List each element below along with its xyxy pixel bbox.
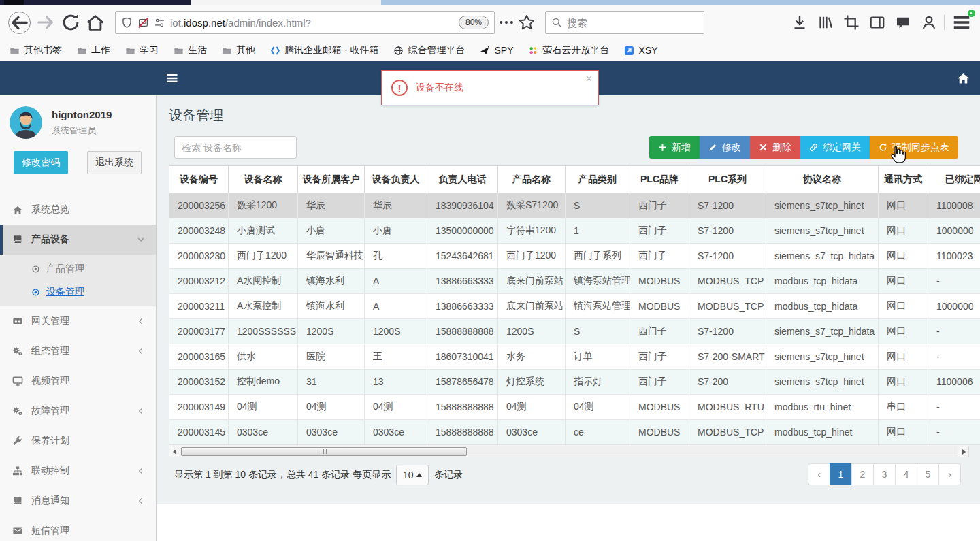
sidebar-item[interactable]: 故障管理 (0, 396, 156, 426)
bookmark-label: 其他书签 (24, 44, 62, 56)
downloads-button[interactable] (791, 12, 808, 33)
bookmark-item[interactable]: 工作 (77, 44, 110, 56)
page-button[interactable]: 5 (917, 463, 939, 485)
bookmark-item[interactable]: 萤石云开放平台 (528, 44, 609, 56)
app-home-button[interactable] (956, 71, 970, 85)
chevron-down-icon (137, 235, 145, 244)
sidebar-item[interactable]: 保养计划 (0, 426, 156, 456)
screenshot-button[interactable] (843, 12, 860, 33)
sidebar-item[interactable]: 消息通知 (0, 486, 156, 516)
table-row[interactable]: 200003212A水闸控制镇海水利A13886663333底来门前泵站镇海泵站… (169, 269, 980, 294)
sidebar-subitem[interactable]: 设备管理 (0, 280, 156, 304)
scroll-right-arrow[interactable] (958, 446, 968, 457)
table-cell: 1100006 (928, 370, 980, 395)
table-row[interactable]: 200003211A水泵控制镇海水利A13886663333底来门前泵站镇海泵站… (169, 294, 980, 319)
table-cell: S (566, 193, 630, 218)
bookmark-item[interactable]: 其他书签 (10, 44, 62, 56)
permissions-icon[interactable] (154, 17, 165, 29)
bookmark-item[interactable]: 腾讯企业邮箱 - 收件箱 (270, 44, 378, 56)
account-button[interactable] (921, 12, 937, 33)
table-cell: 15878656478 (427, 370, 498, 395)
sidebar-item[interactable]: 网关管理 (0, 306, 156, 336)
sidebar-item-label: 视频管理 (31, 375, 69, 387)
scroll-left-arrow[interactable] (169, 446, 180, 457)
prev-page-button[interactable]: ‹ (808, 463, 830, 485)
bookmark-item[interactable]: 生活 (174, 44, 207, 56)
sidebar-item[interactable]: 视频管理 (0, 366, 156, 396)
sidebar-collapse-button[interactable] (165, 71, 179, 85)
sidebar-toggle-button[interactable] (869, 12, 885, 33)
table-row[interactable]: 200003230西门子1200华辰智通科技孔15243642681西门子120… (169, 244, 980, 269)
device-search-input[interactable] (174, 136, 297, 159)
logout-button[interactable]: 退出系统 (87, 151, 142, 174)
force-sync-button[interactable]: 强制同步点表 (870, 136, 958, 159)
sidebar-subitem[interactable]: 产品管理 (0, 257, 156, 280)
sidebar-item[interactable]: 短信管理 (0, 516, 156, 541)
delete-button[interactable]: 删除 (750, 136, 800, 159)
edit-button[interactable]: 修改 (700, 136, 750, 159)
bind-gateway-button[interactable]: 绑定网关 (800, 136, 870, 159)
bookmark-item[interactable]: 其他 (222, 44, 255, 56)
account-icon (921, 14, 937, 31)
add-button[interactable]: 新增 (649, 136, 700, 159)
page-size-dropdown[interactable]: 10 (396, 465, 429, 485)
page-button[interactable]: 2 (851, 463, 874, 485)
back-button[interactable] (8, 12, 31, 34)
zoom-level-badge[interactable]: 80% (459, 16, 489, 29)
url-bar[interactable]: iot.idosp.net/admin/index.html? 80% (115, 11, 495, 34)
browser-search-input[interactable] (567, 17, 676, 29)
reload-button[interactable] (61, 12, 81, 33)
next-page-button[interactable]: › (938, 463, 961, 485)
blocked-content-icon[interactable] (137, 17, 149, 29)
table-row[interactable]: 200003248小唐测试小唐小唐13500000000字符串12001西门子S… (169, 218, 980, 244)
bookmark-item[interactable]: SPY (480, 45, 513, 56)
page-actions-button[interactable] (497, 14, 515, 31)
table-cell: 西门子 (630, 193, 689, 218)
table-cell: 控制demo (229, 370, 298, 395)
messages-button[interactable] (895, 12, 911, 33)
table-cell: S7-1200 (689, 193, 766, 218)
sidebar-item[interactable]: 系统总览 (0, 195, 156, 225)
sidebar-menu: 系统总览产品设备产品管理设备管理网关管理组态管理视频管理故障管理保养计划联动控制… (0, 195, 156, 541)
table-cell: S (566, 319, 630, 344)
change-password-button[interactable]: 修改密码 (14, 151, 68, 174)
sidebar-item[interactable]: 产品设备 (0, 225, 156, 255)
table-cell: 15243642681 (427, 244, 498, 269)
table-cell: 18607310041 (427, 344, 498, 370)
table-cell: siemens_s7tcp_hinet (766, 193, 879, 218)
table-cell: 镇海泵站管理 (566, 269, 630, 294)
forward-button[interactable] (35, 12, 56, 33)
table-cell: MODBUS (630, 420, 689, 445)
table-cell: S7-200 (689, 370, 766, 395)
bookmark-star-button[interactable] (518, 14, 536, 31)
table-row[interactable]: 200003256数采1200华辰华辰18390936104数采S71200S西… (169, 193, 980, 218)
home-button[interactable] (85, 12, 105, 33)
bookmark-item[interactable]: 学习 (125, 44, 159, 56)
table-row[interactable]: 200003165供水医院王18607310041水务订单西门子S7-200-S… (169, 344, 980, 370)
page-button[interactable]: 1 (830, 463, 852, 485)
alert-close-button[interactable]: × (586, 73, 592, 84)
scrollbar-thumb[interactable] (181, 447, 467, 456)
bookmark-item[interactable]: XSY (624, 45, 657, 56)
table-row[interactable]: 20000314904测04测04测1588888888804测04测MODBU… (169, 395, 980, 420)
url-text: iot.idosp.net/admin/index.html? (170, 17, 455, 29)
page-button[interactable]: 3 (873, 463, 896, 485)
table-row[interactable]: 2000031450303ce0303ce0303ce1588888888803… (169, 420, 980, 445)
table-cell: 200003211 (169, 294, 229, 319)
download-icon (791, 14, 808, 31)
table-cell: 15888888888 (427, 319, 498, 344)
bookmark-item[interactable]: 综合管理平台 (393, 44, 465, 56)
menu-button[interactable] (951, 12, 972, 33)
table-row[interactable]: 2000031771200SSSSSS1200S1200S15888888888… (169, 319, 980, 344)
table-row[interactable]: 200003152控制demo311315878656478灯控系统指示灯西门子… (169, 370, 980, 395)
browser-search-box[interactable] (545, 11, 704, 34)
titlebar-dark-segment (0, 0, 191, 5)
shield-icon[interactable] (121, 17, 133, 29)
sidebar-item[interactable]: 组态管理 (0, 336, 156, 366)
more-options-icon (497, 14, 515, 31)
library-button[interactable] (817, 12, 834, 33)
horizontal-scrollbar[interactable] (169, 446, 969, 457)
page-button[interactable]: 4 (895, 463, 917, 485)
sidebar-item[interactable]: 联动控制 (0, 456, 156, 486)
table-cell: 网口 (879, 244, 928, 269)
